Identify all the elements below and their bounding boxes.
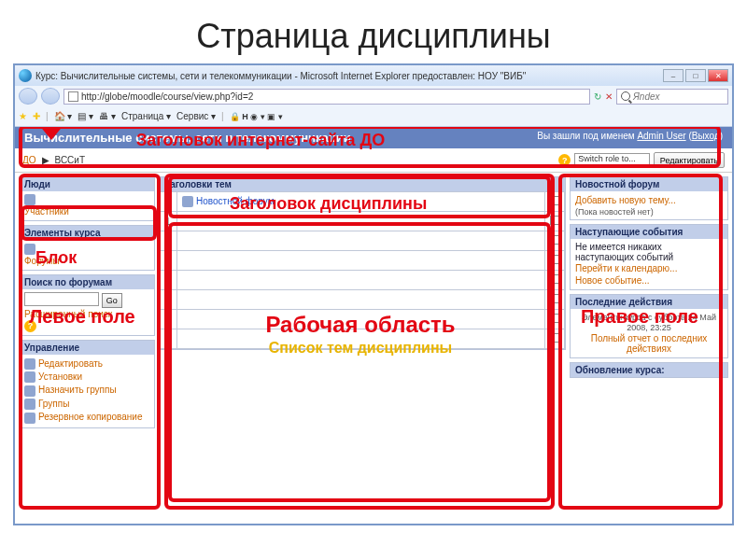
search-placeholder: Яndex [633,91,660,102]
search-hd: Поиск по форумам [24,277,112,287]
admin-item[interactable]: Резервное копирование [24,411,149,424]
topics-hd: Заголовки тем [164,179,232,189]
table-row: 2 [161,231,565,251]
close-button[interactable]: ✕ [708,69,728,82]
update-block: Обновление курса: [570,362,728,378]
home-icon[interactable]: 🏠 ▾ [54,111,73,121]
minimize-button[interactable]: – [663,69,684,82]
topic-toggle-icon[interactable] [550,255,559,264]
search-icon [621,91,630,101]
help-icon[interactable]: ? [24,320,36,332]
recent-hd: Последние действия [575,297,672,307]
left-column: Люди Участники Элементы курса Форумы Пои… [19,176,155,432]
elements-hd: Элементы курса [24,228,101,238]
slide-title: Страница дисциплины [0,0,747,63]
admin-hd: Управление [24,343,79,353]
topic-toggle-icon[interactable] [550,216,559,225]
help-icon[interactable]: ? [558,154,571,166]
update-hd: Обновление курса: [575,365,665,375]
table-row: 6 [161,310,565,329]
nav-forward-button[interactable] [41,88,60,105]
backup-icon [24,413,35,424]
settings-icon [24,371,35,383]
adv-search-link[interactable]: Расширенный поиск [24,308,149,320]
crumb-here: ВССиТ [55,155,85,165]
ie-icon [19,69,32,82]
maximize-button[interactable]: □ [685,69,706,82]
address-bar-row: http://globe/moodle/course/view.php?id=2… [15,86,732,106]
table-row: 5 [161,290,565,310]
participants-link[interactable]: Участники [24,205,149,217]
page-content: Вычислительные системы, сети и телекомму… [15,127,732,524]
go-button[interactable]: Go [102,293,122,308]
window-titlebar: Курс: Вычислительные системы, сети и тел… [15,65,732,86]
address-input[interactable]: http://globe/moodle/course/view.php?id=2 [63,89,590,105]
print-icon[interactable]: 🖶 ▾ [99,111,116,121]
arrow-head-icon [35,127,68,140]
right-column: Новостной форум Добавить новую тему... (… [570,176,728,432]
admin-item[interactable]: Назначить группы [24,384,149,397]
table-row: 4 [161,271,565,290]
crumb-root[interactable]: ДО [22,155,36,165]
forums-link[interactable]: Форумы [24,255,149,267]
people-icon [24,194,35,205]
no-news: (Пока новостей нет) [575,207,654,217]
elements-block: Элементы курса Форумы [19,225,155,270]
groups-icon [24,399,35,410]
role-select[interactable]: Switch role to... [574,153,650,168]
admin-block: Управление Редактировать Установки Назна… [19,340,155,428]
full-report-link[interactable]: Полный отчет о последних действиях [575,332,723,355]
edit-button[interactable]: Редактировать [654,152,725,168]
recent-block: Последние действия Элементы курса с субб… [570,294,728,358]
browser-window: Курс: Вычислительные системы, сети и тел… [13,63,734,525]
user-link[interactable]: Admin User [637,131,685,141]
people-block: Люди Участники [19,176,155,221]
topics-table: Новостной форум 1 2 3 4 5 6 7 [160,191,565,349]
page-menu[interactable]: Страница ▾ [121,111,171,121]
browser-search[interactable]: Яndex [616,89,728,105]
news-forum-link[interactable]: Новостной форум [196,196,275,206]
edit-icon [24,358,35,370]
events-block: Наступающие события Не имеется никаких н… [570,224,728,290]
recent-since: Элементы курса с суббота 24 Май 2008, 23… [582,313,716,332]
people-hd: Люди [24,179,50,189]
news-block: Новостной форум Добавить новую тему... (… [570,176,728,220]
topic-toggle-icon[interactable] [550,235,559,245]
url-text: http://globe/moodle/course/view.php?id=2 [81,91,253,102]
topic-toggle-icon[interactable] [550,294,559,303]
admin-item[interactable]: Редактировать [24,357,149,371]
course-header: Вычислительные системы, сети и телекомму… [15,127,732,148]
page-icon [68,91,78,102]
tools-menu[interactable]: Сервис ▾ [176,111,216,121]
topics-block: Заголовки тем Новостной форум 1 2 3 4 5 … [159,176,566,350]
forum-icon [24,244,35,255]
table-row: 1 [161,212,565,231]
topic-toggle-icon[interactable] [550,274,559,284]
add-favorite-icon[interactable]: ✚ [33,111,40,121]
extra-icons[interactable]: 🔒 Н ◉ ▾ ▣ ▾ [230,112,283,121]
stop-icon[interactable]: ✕ [605,91,613,102]
main-column: Заголовки тем Новостной форум 1 2 3 4 5 … [159,176,566,432]
no-events: Не имеется никаких наступающих событий [575,242,673,262]
logout-link[interactable]: Выход [692,131,720,141]
feeds-icon[interactable]: ▤ ▾ [78,111,93,121]
topic-toggle-icon[interactable] [550,314,559,323]
search-block: Поиск по форумам Go Расширенный поиск ? [19,274,155,336]
news-forum-icon [182,196,193,207]
crumb-sep: ▶ [42,155,49,165]
admin-item[interactable]: Группы [24,398,149,411]
admin-item[interactable]: Установки [24,371,149,384]
events-hd: Наступающие события [575,227,683,237]
add-topic-link[interactable]: Добавить новую тему... [575,194,723,206]
nav-back-button[interactable] [19,88,37,105]
topic-toggle-icon[interactable] [550,196,559,205]
breadcrumb: ДО ▶ ВССиТ ? Switch role to... Редактиро… [15,148,732,173]
refresh-icon[interactable]: ↻ [594,91,601,102]
new-event-link[interactable]: Новое событие... [575,274,723,287]
calendar-link[interactable]: Перейти к календарю... [575,262,723,274]
login-status: Вы зашли под именем Admin User (Выход) [537,131,723,145]
favorites-icon[interactable]: ★ [19,111,27,121]
topic-toggle-icon[interactable] [550,333,559,343]
window-title: Курс: Вычислительные системы, сети и тел… [35,71,526,81]
forum-search-input[interactable] [24,292,99,306]
